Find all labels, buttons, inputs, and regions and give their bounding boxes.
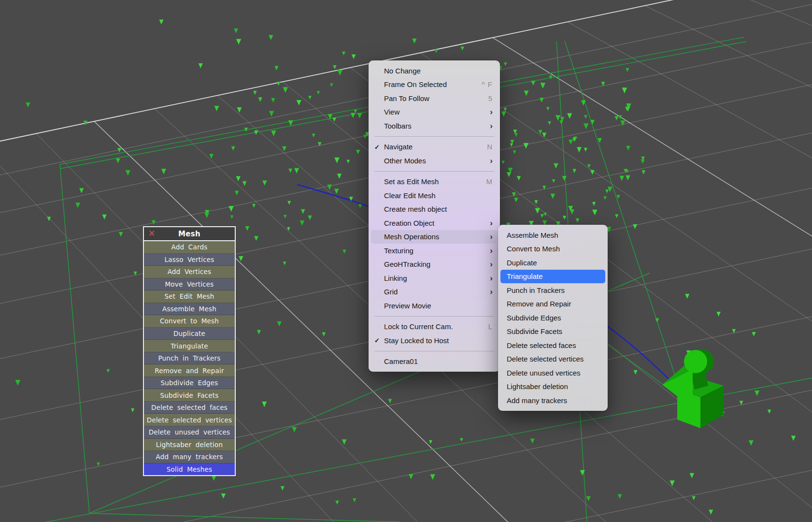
tracker-marker[interactable]	[358, 204, 362, 208]
tracker-marker[interactable]	[616, 195, 620, 199]
tracker-marker[interactable]	[501, 112, 506, 117]
tracker-marker[interactable]	[567, 113, 572, 118]
tracker-marker[interactable]	[514, 198, 518, 203]
tracker-marker[interactable]	[283, 87, 288, 93]
mesh-panel-button[interactable]: Duplicate	[144, 328, 235, 340]
tracker-marker[interactable]	[75, 203, 80, 208]
submenu-item[interactable]: Remove and Repair	[500, 297, 605, 311]
tracker-marker[interactable]	[312, 134, 315, 137]
tracker-marker[interactable]	[281, 486, 285, 491]
tracker-marker[interactable]	[269, 35, 273, 40]
menu-item[interactable]: ✓Stay Locked to Host	[371, 334, 498, 348]
mesh-panel-button[interactable]: Set Edit Mesh	[144, 290, 235, 303]
menu-item[interactable]: GeoHTracking›	[371, 258, 498, 272]
submenu-item[interactable]: Add many trackers	[500, 393, 605, 407]
close-icon[interactable]: ×	[148, 228, 155, 239]
tracker-marker[interactable]	[544, 213, 547, 216]
tracker-marker[interactable]	[327, 185, 332, 190]
tracker-marker[interactable]	[161, 169, 166, 174]
tracker-marker[interactable]	[337, 174, 342, 179]
mesh-panel-button[interactable]: Lightsaber deletion	[144, 439, 235, 451]
tracker-marker[interactable]	[584, 148, 587, 152]
tracker-marker[interactable]	[590, 170, 595, 175]
tracker-marker[interactable]	[79, 188, 84, 193]
mesh-panel-button[interactable]: Subdivide Edges	[144, 377, 235, 390]
tracker-marker[interactable]	[626, 175, 630, 181]
tracker-marker[interactable]	[592, 202, 596, 206]
tracker-marker[interactable]	[236, 176, 241, 181]
tracker-marker[interactable]	[242, 181, 247, 186]
tracker-marker[interactable]	[592, 210, 597, 216]
tracker-marker[interactable]	[47, 217, 51, 221]
tracker-marker[interactable]	[435, 49, 438, 53]
submenu-item[interactable]: Duplicate	[500, 256, 605, 270]
tracker-marker[interactable]	[546, 107, 550, 111]
mesh-panel-button[interactable]: Delete selected vertices	[144, 414, 235, 426]
tracker-marker[interactable]	[294, 168, 299, 174]
submenu-item[interactable]: Convert to Mesh	[500, 242, 605, 256]
tracker-marker[interactable]	[231, 146, 235, 151]
tracker-marker[interactable]	[768, 409, 771, 413]
tracker-marker[interactable]	[531, 81, 535, 86]
tracker-marker[interactable]	[655, 319, 659, 323]
tracker-marker[interactable]	[791, 435, 796, 441]
tracker-marker[interactable]	[301, 209, 305, 214]
mesh-panel-button[interactable]: Punch in Trackers	[144, 352, 235, 365]
tracker-marker[interactable]	[333, 65, 336, 69]
tracker-marker[interactable]	[262, 402, 267, 407]
submenu-item[interactable]: Triangulate	[500, 270, 605, 284]
menu-item[interactable]: Camera01	[371, 355, 498, 369]
menu-item[interactable]: Pan To Follow5	[371, 91, 498, 105]
tracker-marker[interactable]	[541, 83, 545, 88]
tracker-marker[interactable]	[332, 117, 336, 121]
tracker-marker[interactable]	[322, 332, 326, 336]
menu-item[interactable]: Creation Object›	[371, 216, 498, 230]
tracker-marker[interactable]	[131, 408, 134, 412]
mesh-panel-button[interactable]: Triangulate	[144, 340, 235, 352]
tracker-marker[interactable]	[239, 256, 243, 261]
tracker-marker[interactable]	[429, 440, 432, 444]
tracker-marker[interactable]	[334, 158, 340, 163]
mesh-panel-button[interactable]: Add Cards	[144, 241, 235, 254]
submenu-item[interactable]: Punch in Trackers	[500, 283, 605, 297]
menu-item[interactable]: View›	[371, 105, 498, 119]
tracker-marker[interactable]	[584, 115, 587, 119]
tracker-marker[interactable]	[97, 463, 100, 466]
tracker-marker[interactable]	[102, 215, 107, 219]
tracker-marker[interactable]	[552, 179, 556, 183]
tracker-marker[interactable]	[551, 194, 555, 199]
mesh-panel-button[interactable]: Lasso Vertices	[144, 254, 235, 266]
menu-item[interactable]: Frame On Selected^ F	[371, 78, 498, 92]
tracker-marker[interactable]	[563, 216, 566, 220]
mesh-panel-button[interactable]: Add many trackers	[144, 451, 235, 464]
tracker-marker[interactable]	[586, 496, 591, 501]
tracker-marker[interactable]	[334, 189, 339, 194]
tracker-marker[interactable]	[430, 474, 435, 479]
menu-item[interactable]: Lock to Current Cam.L	[371, 320, 498, 334]
tracker-marker[interactable]	[214, 106, 219, 111]
tracker-marker[interactable]	[641, 170, 645, 174]
tracker-marker[interactable]	[535, 208, 540, 214]
submenu-item[interactable]: Assemble Mesh	[500, 228, 605, 242]
tracker-marker[interactable]	[562, 176, 567, 181]
tracker-marker[interactable]	[569, 140, 573, 145]
tracker-marker[interactable]	[634, 370, 638, 375]
tracker-marker[interactable]	[633, 224, 637, 229]
camera3d-model[interactable]	[662, 349, 724, 428]
tracker-marker[interactable]	[740, 401, 743, 405]
tracker-marker[interactable]	[297, 100, 301, 105]
tracker-marker[interactable]	[685, 294, 689, 299]
tracker-marker[interactable]	[749, 440, 754, 446]
tracker-marker[interactable]	[614, 116, 618, 120]
mesh-panel-button[interactable]: Assemble Mesh	[144, 303, 235, 316]
tracker-marker[interactable]	[615, 214, 618, 218]
tracker-marker[interactable]	[126, 170, 130, 175]
tracker-marker[interactable]	[501, 160, 505, 164]
tracker-marker[interactable]	[209, 154, 214, 159]
tracker-marker[interactable]	[234, 29, 238, 33]
tracker-marker[interactable]	[271, 98, 275, 102]
menu-item[interactable]: Preview Movie	[371, 299, 498, 313]
tracker-marker[interactable]	[626, 68, 629, 72]
submenu-item[interactable]: Delete selected faces	[500, 338, 605, 352]
tracker-marker[interactable]	[620, 176, 624, 181]
